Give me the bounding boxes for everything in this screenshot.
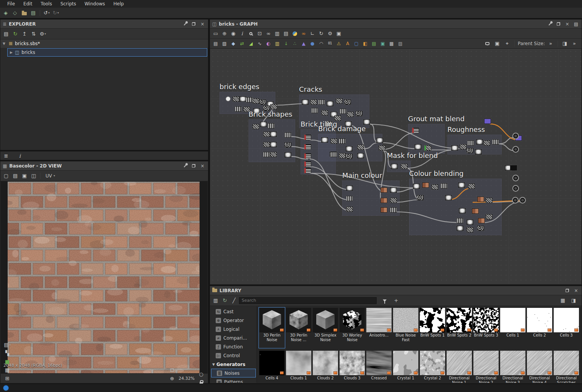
library-item[interactable]: 3D Perlin Noise (259, 308, 284, 348)
graph-node[interactable] (486, 214, 493, 220)
search-button[interactable] (247, 29, 255, 38)
export-button[interactable]: ↥ (20, 30, 29, 38)
graph-node[interactable] (512, 146, 519, 153)
uv-mode-dropdown[interactable]: UV▾ (43, 172, 58, 180)
atom-normal[interactable]: ▲ (299, 39, 308, 47)
channels-button[interactable]: ▢ (2, 172, 10, 180)
graph-wire[interactable] (310, 159, 350, 211)
more-button[interactable]: » (570, 39, 579, 48)
library-item[interactable]: Creased (366, 351, 392, 383)
menu-tools[interactable]: Tools (36, 0, 56, 8)
graph-node[interactable] (415, 144, 421, 150)
float-panel-button[interactable] (564, 287, 571, 294)
2d-view-header[interactable]: ▦ Basecolor - 2D VIEW × (0, 161, 208, 171)
library-item[interactable]: Cells 4 (259, 351, 284, 383)
background-color-button[interactable]: ■ (3, 357, 11, 366)
graph-node[interactable] (467, 148, 473, 153)
graph-node[interactable] (318, 99, 325, 105)
graph-node[interactable] (226, 96, 231, 101)
node-info-button[interactable]: i (238, 29, 246, 38)
float-panel-button[interactable] (190, 163, 197, 169)
library-category-noises[interactable]: ▒Noises (211, 369, 256, 377)
graph-node[interactable] (270, 142, 277, 147)
graph-header[interactable]: ◫ bricks - GRAPH × ▤ (210, 20, 582, 29)
graph-node[interactable] (232, 96, 239, 102)
filter-button[interactable] (380, 296, 389, 305)
graph-node[interactable] (390, 187, 397, 193)
graph-node[interactable] (321, 110, 328, 115)
atom-warning[interactable]: ⚠ (335, 39, 343, 47)
graph-node[interactable] (304, 161, 311, 167)
graph-node[interactable] (284, 152, 291, 158)
library-category-function[interactable]: ƒFunction (210, 342, 257, 351)
library-item[interactable]: Anisotro... (366, 308, 392, 348)
graph-node[interactable] (467, 140, 474, 146)
graph-node[interactable] (512, 185, 519, 192)
marquee-select-button[interactable]: ▭ (211, 29, 220, 38)
graph-node[interactable] (492, 139, 499, 145)
save-all-button[interactable]: ▤ (29, 9, 37, 17)
graph-node[interactable] (413, 184, 420, 189)
open-button[interactable] (20, 9, 28, 17)
graph-node[interactable] (401, 164, 408, 169)
graph-node[interactable] (270, 152, 277, 157)
library-item[interactable]: BnW Spots 1 (420, 308, 445, 348)
library-item[interactable]: 3D Worley Noise (340, 308, 365, 348)
graph-node[interactable] (302, 99, 309, 105)
graph-wire[interactable] (383, 133, 416, 150)
graph-node[interactable] (380, 187, 387, 193)
library-category-operator[interactable]: ⊕Operator (210, 316, 257, 325)
graph-node[interactable] (477, 226, 484, 231)
graph-node[interactable] (477, 197, 484, 202)
save-image-button[interactable]: ▤ (11, 172, 20, 180)
graph-node[interactable] (512, 175, 519, 181)
atom-fx-map[interactable]: ▨ (396, 39, 405, 47)
graph-node[interactable] (347, 112, 354, 117)
float-panel-button[interactable] (190, 21, 197, 27)
zoom-reset-button[interactable]: ○ (197, 370, 205, 378)
link-mode-button[interactable]: ∞ (264, 29, 273, 38)
graph-node[interactable] (339, 138, 346, 144)
graph-node[interactable] (519, 197, 526, 203)
graph-node[interactable] (330, 138, 337, 144)
graph-node[interactable] (467, 227, 473, 233)
copy-image-button[interactable]: ▣ (20, 172, 29, 180)
fit-view-button[interactable]: ⊡ (168, 366, 176, 374)
atom-shape[interactable]: ▢ (352, 39, 361, 47)
atom-grayscale-conversion[interactable]: 01 (326, 39, 334, 47)
outline-tab-button[interactable]: ≣ (2, 151, 10, 160)
atom-blend[interactable]: ◆ (229, 39, 237, 47)
graph-node[interactable] (467, 220, 473, 225)
graph-node[interactable] (284, 142, 291, 148)
add-filter-button[interactable]: + (392, 296, 400, 305)
graph-wire[interactable] (363, 143, 380, 149)
graph-node[interactable] (460, 144, 467, 150)
graph-node[interactable] (451, 145, 458, 151)
explorer-header[interactable]: ≣ EXPLORER × (0, 20, 208, 29)
atom-crop[interactable]: ▣ (379, 39, 387, 47)
graph-node[interactable] (512, 133, 519, 139)
graph-node[interactable] (344, 99, 351, 105)
graph-node[interactable] (431, 184, 438, 190)
graph-node[interactable] (327, 101, 333, 106)
library-category-control[interactable]: ▷Control (210, 351, 257, 360)
pin-panel-button[interactable] (182, 163, 188, 169)
graph-node[interactable] (457, 218, 463, 223)
atom-curve[interactable]: ∿ (255, 39, 264, 47)
graph-node[interactable] (270, 104, 277, 109)
atom-gradient-map[interactable]: ▥ (273, 39, 281, 47)
expander-icon[interactable]: ▶ (10, 50, 13, 54)
library-item[interactable]: Cells 1 (500, 308, 525, 348)
pan-button[interactable]: ⊕ (220, 29, 229, 38)
library-item[interactable]: Clouds 2 (313, 351, 338, 383)
refresh-library-button[interactable]: ↻ (221, 296, 229, 305)
capture-button[interactable]: ▣ (335, 29, 343, 38)
library-item[interactable]: Crystal 1 (393, 351, 418, 383)
library-category-logical[interactable]: ∧Logical (210, 325, 257, 333)
atom-pixel-processor[interactable]: ▩ (387, 39, 396, 47)
link-color-button[interactable]: ∞ (299, 29, 308, 38)
graph-node[interactable] (475, 149, 482, 155)
graph-node[interactable] (330, 152, 337, 157)
close-panel-button[interactable]: × (573, 287, 579, 294)
parent-size-expand-button[interactable]: » (546, 39, 555, 48)
